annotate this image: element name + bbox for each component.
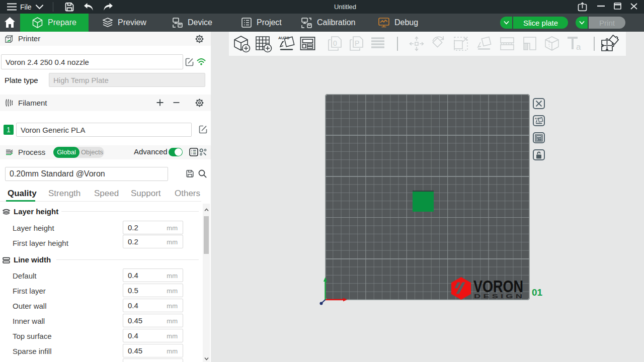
svg-text:0: 0 (333, 39, 337, 47)
svg-text:VORON: VORON (473, 277, 523, 296)
svg-text:D E S I G N: D E S I G N (474, 294, 522, 299)
svg-text:P: P (355, 39, 359, 47)
svg-text:a: a (576, 42, 581, 52)
